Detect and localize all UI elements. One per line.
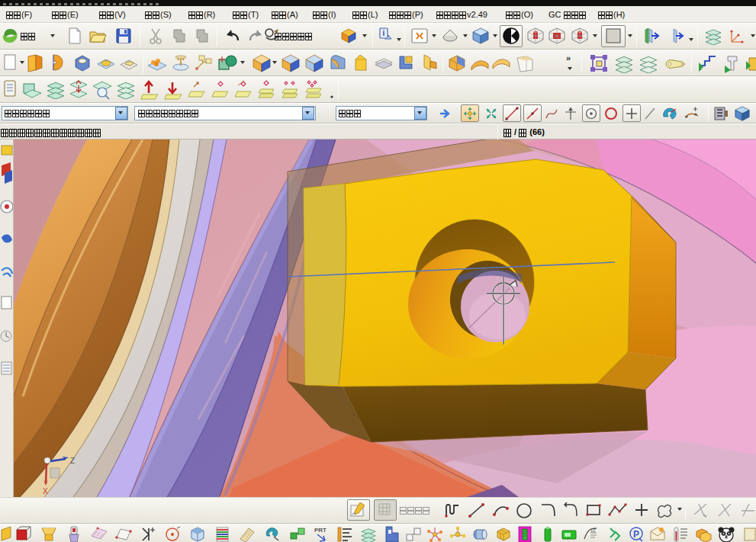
svg-text:P: P	[633, 529, 639, 540]
svg-text:PRT: PRT	[314, 527, 327, 534]
svg-text:i: i	[383, 29, 385, 37]
svg-text:Z: Z	[70, 457, 75, 465]
svg-text:X: X	[43, 487, 48, 495]
svg-text:12: 12	[590, 528, 596, 533]
